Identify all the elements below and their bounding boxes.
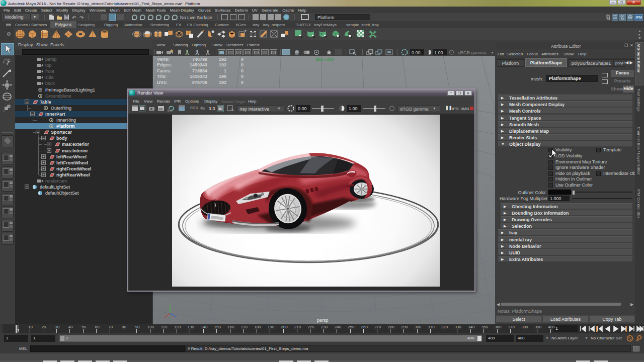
- svg-text:800 x 600: 800 x 600: [316, 57, 334, 62]
- svg-text:IPR: IPR: [168, 109, 172, 112]
- svg-text:IPR: IPR: [158, 108, 163, 111]
